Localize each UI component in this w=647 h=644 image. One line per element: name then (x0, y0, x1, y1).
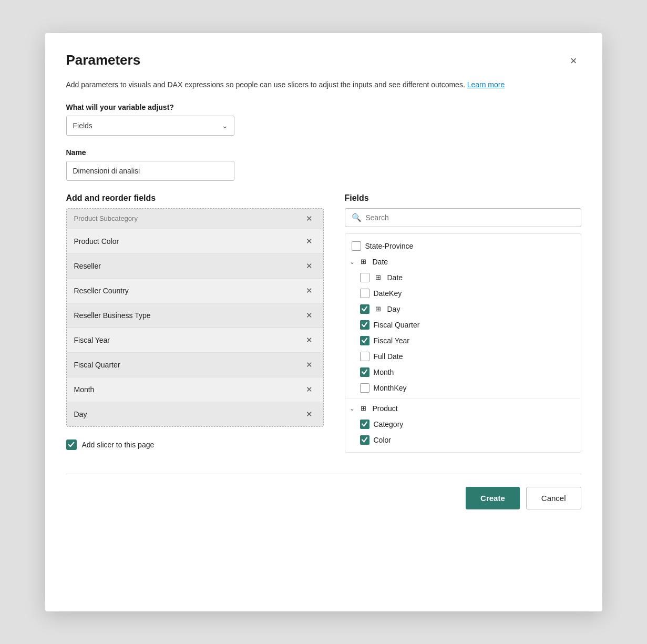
fields-tree: State-Province ⌄ ⊞ Date ⊞ Date (345, 233, 581, 453)
parameters-dialog: Parameters × Add parameters to visuals a… (45, 33, 602, 611)
tree-item-datekey: DateKey (345, 285, 581, 301)
collapse-date-icon[interactable]: ⌄ (350, 258, 355, 265)
remove-product-color-button[interactable]: ✕ (303, 236, 316, 247)
tree-item-fiscal-quarter: Fiscal Quarter (345, 317, 581, 333)
day-field-icon: ⊞ (374, 304, 383, 314)
checkbox-date[interactable] (360, 273, 369, 282)
remove-month-button[interactable]: ✕ (303, 384, 316, 395)
search-icon: 🔍 (352, 213, 362, 222)
name-input[interactable] (66, 161, 234, 181)
list-item: Reseller ✕ (67, 254, 323, 279)
tree-item-category: Category (345, 416, 581, 432)
variable-select[interactable]: Fields Numeric range (66, 116, 234, 136)
checkbox-full-date[interactable] (360, 352, 369, 361)
dialog-header: Parameters × (66, 52, 581, 70)
checkbox-fiscal-year[interactable] (360, 336, 369, 345)
tree-item-full-date: Full Date (345, 349, 581, 364)
remove-reseller-country-button[interactable]: ✕ (303, 285, 316, 297)
fields-list: Product Subcategory ✕ Product Color ✕ Re… (66, 208, 324, 427)
variable-adjust-section: What will your variable adjust? Fields N… (66, 103, 581, 136)
tree-item-day: ⊞ Day (345, 301, 581, 317)
add-slicer-checkbox[interactable] (66, 439, 77, 450)
remove-fiscal-year-button[interactable]: ✕ (303, 334, 316, 346)
dialog-title: Parameters (66, 52, 141, 68)
product-table-icon: ⊞ (359, 404, 368, 413)
remove-reseller-button[interactable]: ✕ (303, 260, 316, 272)
list-item: Reseller Country ✕ (67, 279, 323, 303)
partial-item: Product Subcategory ✕ (67, 209, 323, 229)
search-box: 🔍 (345, 208, 581, 227)
variable-select-wrapper: Fields Numeric range ⌄ (66, 116, 234, 136)
list-item: Month ✕ (67, 377, 323, 402)
main-content: Add and reorder fields Product Subcatego… (66, 193, 581, 453)
create-button[interactable]: Create (466, 487, 520, 509)
checkbox-monthkey[interactable] (360, 383, 369, 393)
right-panel: Fields 🔍 State-Province ⌄ ⊞ Date (345, 193, 581, 453)
add-slicer-label: Add slicer to this page (82, 441, 155, 449)
remove-reseller-business-type-button[interactable]: ✕ (303, 310, 316, 321)
checkbox-state-province[interactable] (352, 241, 361, 251)
dialog-footer: Create Cancel (66, 474, 581, 509)
list-item: Fiscal Year ✕ (67, 328, 323, 353)
checkbox-color[interactable] (360, 435, 369, 445)
tree-item-month: Month (345, 364, 581, 380)
checkbox-day[interactable] (360, 304, 369, 314)
tree-item-fiscal-year: Fiscal Year (345, 333, 581, 349)
description-text: Add parameters to visuals and DAX expres… (66, 79, 581, 90)
tree-item-monthkey: MonthKey (345, 380, 581, 396)
tree-group-date: ⌄ ⊞ Date (345, 254, 581, 270)
variable-adjust-label: What will your variable adjust? (66, 103, 581, 111)
checkbox-category[interactable] (360, 420, 369, 429)
close-button[interactable]: × (566, 52, 581, 70)
remove-fiscal-quarter-button[interactable]: ✕ (303, 359, 316, 371)
date-table-icon: ⊞ (359, 257, 368, 267)
tree-item-color: Color (345, 432, 581, 448)
list-item: Product Color ✕ (67, 229, 323, 254)
add-slicer-row: Add slicer to this page (66, 439, 324, 450)
checkbox-fiscal-quarter[interactable] (360, 320, 369, 330)
list-item: Day ✕ (67, 402, 323, 426)
learn-more-link[interactable]: Learn more (467, 80, 505, 89)
name-label: Name (66, 148, 581, 157)
remove-partial-button[interactable]: ✕ (303, 213, 316, 224)
fields-panel-title: Fields (345, 193, 581, 203)
name-section: Name (66, 148, 581, 181)
search-input[interactable] (366, 213, 574, 222)
date-field-icon: ⊞ (374, 273, 383, 282)
left-panel: Add and reorder fields Product Subcatego… (66, 193, 324, 450)
tree-group-product: ⌄ ⊞ Product (345, 401, 581, 416)
cancel-button[interactable]: Cancel (526, 487, 581, 509)
remove-day-button[interactable]: ✕ (303, 408, 316, 420)
tree-item-date: ⊞ Date (345, 270, 581, 285)
list-item: Fiscal Quarter ✕ (67, 353, 323, 377)
checkbox-datekey[interactable] (360, 289, 369, 298)
divider (345, 398, 581, 398)
collapse-product-icon[interactable]: ⌄ (350, 405, 355, 412)
list-item: Reseller Business Type ✕ (67, 303, 323, 328)
add-reorder-fields-title: Add and reorder fields (66, 193, 324, 203)
tree-item-state-province: State-Province (345, 238, 581, 254)
checkbox-month[interactable] (360, 367, 369, 377)
